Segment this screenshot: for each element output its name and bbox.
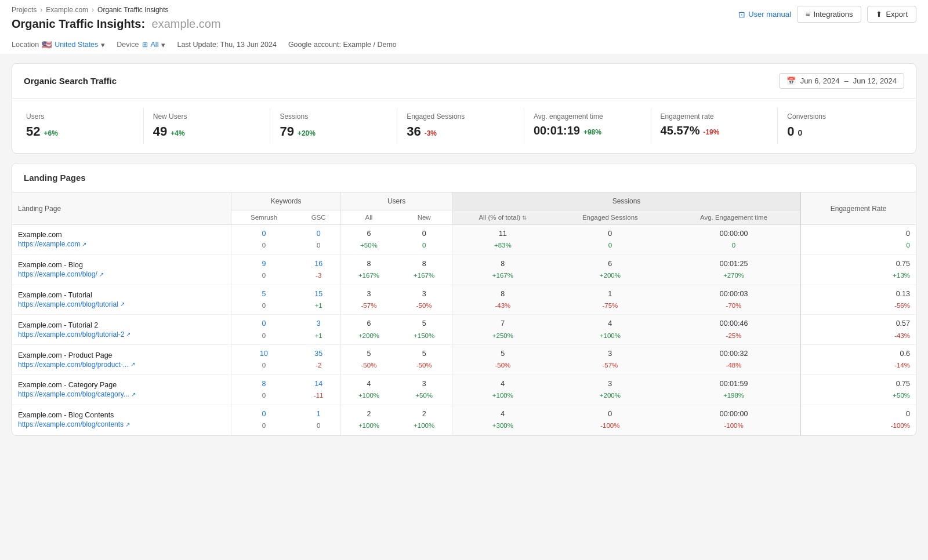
cell-landing-page: Example.com - Blog Contents https://exam… [12,405,231,435]
col-users: Users [341,192,452,210]
date-range[interactable]: 📅 Jun 6, 2024 – Jun 12, 2024 [779,73,904,89]
google-account: Google account: Example / Demo [288,41,397,49]
landing-pages-title: Landing Pages [24,173,86,183]
cell-semrush: 5 0 [231,285,296,315]
date-from: Jun 6, 2024 [800,77,840,85]
location-filter: Location 🇺🇸 United States ▾ [12,40,105,49]
cell-engagement-rate: 0.75 +50% [801,374,916,405]
cell-avg-engagement: 00:01:59 +198% [667,374,801,405]
cell-sessions-all: 8 -43% [452,285,553,315]
cell-sessions-all: 4 +100% [452,374,553,405]
cell-avg-engagement: 00:00:00 0 [667,225,801,255]
cell-engagement-rate: 0 -100% [801,405,916,435]
cell-users-new: 3 +50% [397,374,452,405]
cell-users-new: 0 0 [397,225,452,255]
date-to: Jun 12, 2024 [853,77,897,85]
device-filter: Device ⊞ All ▾ [117,41,165,49]
integrations-button[interactable]: ≡ Integrations [797,6,862,23]
metric-avg-engagement: Avg. engagement time 00:01:19 +98% [524,108,651,144]
cell-engaged-sessions: 1 -75% [553,285,667,315]
cell-landing-page: Example.com - Product Page https://examp… [12,345,231,375]
table-row: Example.com - Tutorial 2 https://example… [12,315,916,345]
cell-avg-engagement: 00:00:46 -25% [667,315,801,345]
cell-sessions-all: 7 +250% [452,315,553,345]
breadcrumb-current: Organic Traffic Insights [97,6,169,14]
cell-landing-page: Example.com - Tutorial 2 https://example… [12,315,231,345]
metric-users: Users 52 +6% [24,108,144,144]
cell-semrush: 0 0 [231,405,296,435]
cell-users-all: 8 +167% [341,254,397,285]
export-button[interactable]: ⬆ Export [867,6,916,23]
metric-new-users: New Users 49 +4% [144,108,271,144]
col-keywords: Keywords [231,192,341,210]
cell-engaged-sessions: 0 -100% [553,405,667,435]
cell-users-new: 8 +167% [397,254,452,285]
location-value[interactable]: United States [55,41,98,49]
cell-gsc: 14 -11 [296,374,341,405]
cell-gsc: 15 +1 [296,285,341,315]
cell-engagement-rate: 0.13 -56% [801,285,916,315]
table-row: Example.com https://example.com ↗ 0 0 0 … [12,225,916,255]
col-sessions: Sessions [452,192,800,210]
landing-pages-header: Landing Pages [12,163,916,192]
subcol-avg-engagement-time: Avg. Engagement time [667,210,801,225]
cell-engaged-sessions: 3 -57% [553,345,667,375]
cell-gsc: 16 -3 [296,254,341,285]
metric-engaged-sessions: Engaged Sessions 36 -3% [397,108,524,144]
cell-gsc: 1 0 [296,405,341,435]
cell-semrush: 0 0 [231,225,296,255]
cell-avg-engagement: 00:00:03 -70% [667,285,801,315]
cell-semrush: 0 0 [231,315,296,345]
subcol-semrush: Semrush [231,210,296,225]
cell-users-all: 6 +50% [341,225,397,255]
table-row: Example.com - Tutorial https://example.c… [12,285,916,315]
cell-engaged-sessions: 3 +200% [553,374,667,405]
cell-sessions-all: 8 +167% [452,254,553,285]
cell-landing-page: Example.com https://example.com ↗ [12,225,231,255]
cell-engagement-rate: 0.57 -43% [801,315,916,345]
metric-engagement-rate: Engagement rate 45.57% -19% [651,108,778,144]
subcol-all-pct: All (% of total) ⇅ [452,210,553,225]
device-value[interactable]: All [151,41,159,49]
cell-users-all: 6 +200% [341,315,397,345]
cell-avg-engagement: 00:01:25 +270% [667,254,801,285]
cell-users-new: 5 +150% [397,315,452,345]
cell-engagement-rate: 0 0 [801,225,916,255]
sort-icon[interactable]: ⇅ [522,214,527,221]
cell-users-all: 3 -57% [341,285,397,315]
table-row: Example.com - Product Page https://examp… [12,345,916,375]
organic-traffic-card: Organic Search Traffic 📅 Jun 6, 2024 – J… [12,63,916,154]
metric-conversions: Conversions 0 0 [778,108,904,144]
cell-users-all: 4 +100% [341,374,397,405]
cell-landing-page: Example.com - Category Page https://exam… [12,374,231,405]
cell-gsc: 35 -2 [296,345,341,375]
metric-sessions: Sessions 79 +20% [270,108,397,144]
landing-pages-card: Landing Pages Landing Page Keywords User… [12,163,916,436]
breadcrumb-example[interactable]: Example.com [46,6,88,14]
col-engagement-rate: Engagement Rate [801,192,916,225]
metrics-row: Users 52 +6% New Users 49 +4% Sessions 7… [12,99,916,153]
cell-users-new: 3 -50% [397,285,452,315]
cell-engaged-sessions: 4 +100% [553,315,667,345]
cell-engagement-rate: 0.75 +13% [801,254,916,285]
cell-users-new: 2 +100% [397,405,452,435]
organic-traffic-header: Organic Search Traffic 📅 Jun 6, 2024 – J… [12,64,916,99]
cell-users-new: 5 -50% [397,345,452,375]
cell-avg-engagement: 00:00:00 -100% [667,405,801,435]
subcol-all: All [341,210,397,225]
cell-users-all: 2 +100% [341,405,397,435]
page-title: Organic Traffic Insights: example.com [12,17,221,31]
table-header-top: Landing Page Keywords Users Sessions Eng… [12,192,916,210]
cell-avg-engagement: 00:00:32 -48% [667,345,801,375]
subcol-new: New [397,210,452,225]
cell-users-all: 5 -50% [341,345,397,375]
cell-engaged-sessions: 6 +200% [553,254,667,285]
table-row: Example.com - Category Page https://exam… [12,374,916,405]
table-body: Example.com https://example.com ↗ 0 0 0 … [12,225,916,435]
organic-traffic-title: Organic Search Traffic [24,76,117,86]
table-row: Example.com - Blog Contents https://exam… [12,405,916,435]
subcol-engaged-sessions: Engaged Sessions [553,210,667,225]
breadcrumb-projects[interactable]: Projects [12,6,37,14]
cell-sessions-all: 4 +300% [452,405,553,435]
user-manual-link[interactable]: ⊡ User manual [738,10,791,19]
